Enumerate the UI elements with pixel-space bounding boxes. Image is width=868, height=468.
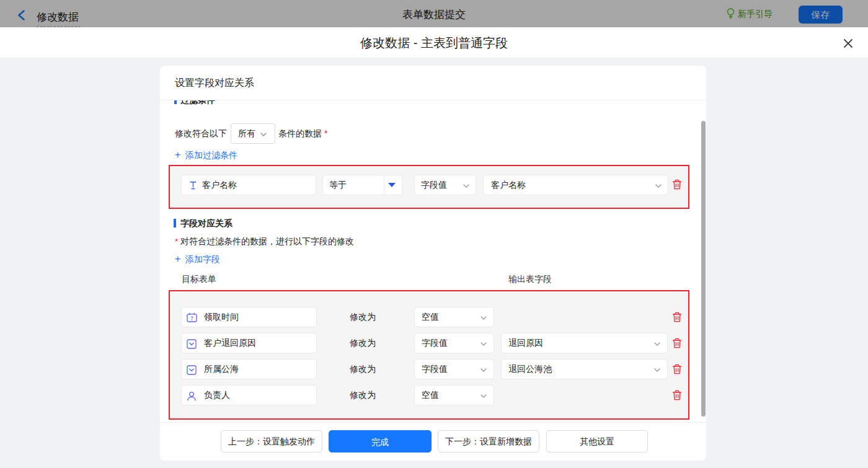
svg-text:7: 7: [190, 316, 193, 322]
